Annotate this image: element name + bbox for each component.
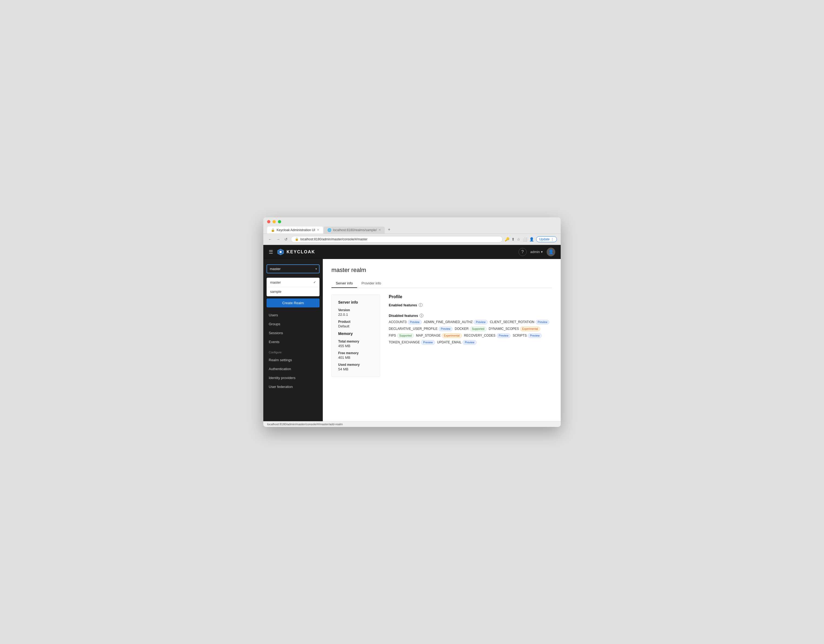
share-icon[interactable]: ⬆	[512, 237, 515, 241]
feature-tag-admin_fine_grained_authz: ADMIN_FINE_GRAINED_AUTHZPreview	[424, 320, 488, 324]
avatar-icon: 👤	[548, 249, 553, 254]
sidebar: master ▾ master ✓ sample Create Realm	[263, 259, 323, 421]
tab-favicon: 🔒	[271, 228, 275, 232]
tabs: Server info Provider info	[331, 279, 552, 288]
feature-tag-account3: ACCOUNT3Preview	[389, 320, 422, 324]
feature-tag-update_email: UPDATE_EMAILPreview	[437, 340, 477, 345]
enabled-features-info-icon[interactable]: i	[419, 303, 423, 307]
help-button[interactable]: ?	[518, 248, 527, 256]
feature-tag-declarative_user_profile: DECLARATIVE_USER_PROFILEPreview	[389, 327, 452, 331]
sidebar-item-sessions[interactable]: Sessions	[263, 329, 323, 337]
used-memory-label: Used memory	[338, 363, 374, 367]
status-url: localhost:8180/admin/master/console/#/ma…	[267, 423, 343, 426]
top-nav: ☰ KEYCLOAK ? admin ▾ 👤	[263, 245, 561, 259]
disabled-features-info-icon[interactable]: i	[420, 314, 423, 317]
feature-tag-fips: FIPSSupported	[389, 334, 414, 338]
feature-name: DOCKER	[455, 327, 469, 330]
version-value: 22.0.1	[338, 312, 374, 317]
sidebar-item-user-federation[interactable]: User federation	[263, 382, 323, 391]
sidebar-item-events[interactable]: Events	[263, 337, 323, 346]
key-icon[interactable]: 🔑	[505, 237, 509, 241]
profile-icon[interactable]: 👤	[529, 237, 534, 241]
feature-badge: Preview	[421, 340, 435, 345]
sidebar-item-realm-settings[interactable]: Realm settings	[263, 355, 323, 364]
reload-button[interactable]: ↺	[283, 237, 289, 242]
profile-panel: Profile Enabled features i Disabled feat…	[389, 294, 552, 349]
address-bar[interactable]: 🔒 localhost:8180/admin/master/console/#/…	[291, 236, 503, 243]
tab-server-info[interactable]: Server info	[331, 279, 357, 288]
feature-tag-docker: DOCKERSupported	[455, 327, 487, 331]
admin-caret-icon: ▾	[541, 250, 543, 254]
hamburger-button[interactable]: ☰	[269, 249, 273, 255]
create-realm-button[interactable]: Create Realm	[267, 298, 320, 307]
memory-section-title: Memory	[338, 332, 374, 336]
address-text: localhost:8180/admin/master/console/#/ma…	[300, 237, 367, 241]
minimize-traffic-light[interactable]	[272, 220, 276, 223]
admin-menu-button[interactable]: admin ▾	[530, 250, 543, 254]
sidebar-item-users[interactable]: Users	[263, 310, 323, 320]
feature-badge: Preview	[473, 320, 488, 324]
page-title: master realm	[331, 267, 552, 274]
new-tab-button[interactable]: +	[385, 226, 393, 234]
feature-name: UPDATE_EMAIL	[437, 340, 461, 344]
feature-badge: Preview	[463, 340, 477, 345]
feature-badge: Preview	[408, 320, 422, 324]
checkmark-icon: ✓	[313, 280, 316, 284]
tab-close-sample[interactable]: ✕	[378, 228, 381, 232]
feature-name: SCRIPTS	[513, 334, 527, 337]
browser-actions: 🔑 ⬆ ☆ ⬜ 👤 Update ⋮	[505, 236, 557, 242]
realm-option-master-label: master	[270, 280, 281, 284]
tab-label-sample: localhost:8180/realms/sample/	[333, 228, 377, 232]
tab-close-keycloak[interactable]: ✕	[317, 228, 319, 232]
disabled-features-label: Disabled features i	[389, 314, 552, 318]
maximize-traffic-light[interactable]	[278, 220, 281, 223]
tab-label: Keycloak Administration UI	[277, 228, 315, 232]
sidebar-item-groups[interactable]: Groups	[263, 320, 323, 329]
status-bar: localhost:8180/admin/master/console/#/ma…	[263, 421, 561, 427]
keycloak-logo-icon	[277, 248, 284, 256]
sidebar-item-authentication[interactable]: Authentication	[263, 364, 323, 373]
realm-option-master[interactable]: master ✓	[267, 278, 319, 287]
update-button[interactable]: Update ⋮	[536, 236, 557, 242]
tab-sample[interactable]: 🌐 localhost:8180/realms/sample/ ✕	[324, 227, 385, 234]
tab-provider-info[interactable]: Provider info	[357, 279, 386, 288]
browser-addressbar: ← → ↺ 🔒 localhost:8180/admin/master/cons…	[263, 234, 561, 245]
profile-title: Profile	[389, 294, 552, 299]
chevron-down-icon: ⋮	[551, 237, 554, 241]
back-button[interactable]: ←	[267, 237, 273, 242]
tab-favicon-sample: 🌐	[327, 228, 331, 232]
feature-name: FIPS	[389, 334, 396, 337]
app-layout: ☰ KEYCLOAK ? admin ▾ 👤	[263, 245, 561, 427]
forward-button[interactable]: →	[275, 237, 281, 242]
total-memory-label: Total memory	[338, 340, 374, 343]
version-label: Version	[338, 308, 374, 312]
enabled-features-label: Enabled features i	[389, 303, 552, 307]
avatar[interactable]: 👤	[547, 247, 555, 256]
feature-badge: Experimental	[442, 334, 462, 338]
product-value: Default	[338, 324, 374, 328]
feature-badge: Supported	[470, 327, 486, 331]
sidebar-item-identity-providers[interactable]: Identity providers	[263, 373, 323, 382]
bookmark-icon[interactable]: ☆	[517, 237, 520, 241]
free-memory-value: 401 MB	[338, 355, 374, 360]
sidebar-browser-icon[interactable]: ⬜	[523, 237, 527, 241]
browser-tabs: 🔒 Keycloak Administration UI ✕ 🌐 localho…	[267, 226, 557, 234]
tab-keycloak[interactable]: 🔒 Keycloak Administration UI ✕	[267, 227, 323, 234]
realm-dropdown-trigger[interactable]: master ▾	[267, 264, 320, 274]
close-traffic-light[interactable]	[267, 220, 271, 223]
browser-titlebar: 🔒 Keycloak Administration UI ✕ 🌐 localho…	[263, 217, 561, 234]
info-panels: Server info Version 22.0.1 Product Defau…	[331, 294, 552, 377]
disabled-features-tags: ACCOUNT3PreviewADMIN_FINE_GRAINED_AUTHZP…	[389, 320, 552, 345]
feature-badge: Preview	[497, 334, 511, 338]
realm-option-sample[interactable]: sample	[267, 287, 319, 296]
feature-name: TOKEN_EXCHANGE	[389, 340, 420, 344]
realm-option-sample-label: sample	[270, 290, 281, 294]
server-info-panel: Server info Version 22.0.1 Product Defau…	[331, 294, 380, 377]
feature-tag-dynamic_scopes: DYNAMIC_SCOPESExperimental	[489, 327, 540, 331]
feature-name: MAP_STORAGE	[416, 334, 441, 337]
admin-label: admin	[530, 250, 540, 254]
realm-dropdown-menu: master ✓ sample	[267, 278, 320, 296]
feature-name: ADMIN_FINE_GRAINED_AUTHZ	[424, 320, 473, 324]
server-info-section-title: Server info	[338, 300, 374, 304]
content-area: master realm Server info Provider info S…	[323, 259, 561, 421]
